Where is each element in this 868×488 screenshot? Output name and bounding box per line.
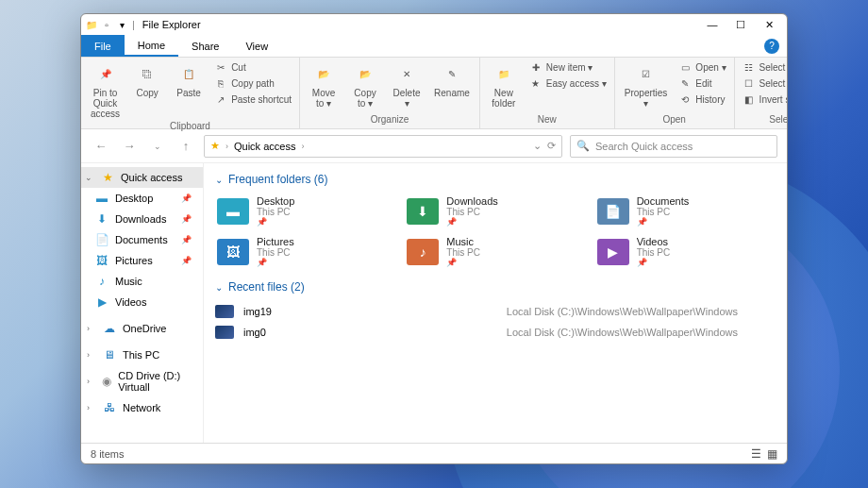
rename-icon: ✎ — [440, 61, 464, 86]
folder-icon: ▫ — [100, 18, 113, 31]
folder-location: This PC — [637, 247, 671, 258]
title-separator: | — [132, 19, 135, 30]
pin-icon: 📌 — [637, 217, 690, 227]
breadcrumb[interactable]: Quick access — [234, 141, 295, 152]
sidebar-item-quick-access[interactable]: ⌄ ★ Quick access — [81, 167, 203, 188]
copy-button[interactable]: ⿻ Copy — [129, 59, 165, 100]
select-none-button[interactable]: ☐Select none — [741, 76, 788, 91]
sidebar-item-label: Music — [115, 276, 142, 287]
select-all-button[interactable]: ☷Select all — [741, 59, 788, 75]
pc-icon: 🖥 — [102, 347, 117, 362]
chevron-right-icon: › — [87, 377, 94, 386]
details-view-button[interactable]: ☰ — [751, 447, 761, 461]
network-icon: 🖧 — [102, 400, 117, 415]
folder-item-documents[interactable]: 📄DocumentsThis PC📌 — [595, 194, 776, 228]
tab-file[interactable]: File — [81, 35, 125, 57]
sidebar-item-videos[interactable]: ▶Videos — [81, 292, 203, 312]
history-dropdown-icon[interactable]: ⌄ — [533, 140, 542, 152]
help-icon[interactable]: ? — [764, 39, 779, 54]
paste-shortcut-button[interactable]: ↗Paste shortcut — [212, 92, 293, 107]
minimize-button[interactable]: — — [698, 14, 726, 35]
open-button[interactable]: ▭Open ▾ — [676, 59, 727, 75]
sidebar-item-cd-drive[interactable]: ›◉CD Drive (D:) Virtuall — [81, 371, 203, 392]
tab-share[interactable]: Share — [178, 35, 232, 57]
sidebar-item-network[interactable]: ›🖧Network — [81, 397, 203, 418]
copy-to-button[interactable]: 📂Copy to ▾ — [347, 59, 383, 110]
folder-name: Downloads — [446, 195, 497, 207]
close-button[interactable]: ✕ — [755, 14, 783, 35]
large-icons-view-button[interactable]: ▦ — [767, 447, 777, 461]
back-button[interactable]: ← — [91, 136, 111, 157]
move-to-button[interactable]: 📂Move to ▾ — [306, 59, 342, 110]
easy-access-button[interactable]: ★Easy access ▾ — [527, 76, 609, 91]
tab-home[interactable]: Home — [125, 35, 178, 57]
sidebar-item-downloads[interactable]: ⬇Downloads📌 — [81, 209, 203, 229]
sidebar-item-music[interactable]: ♪Music — [81, 271, 203, 292]
up-button[interactable]: ↑ — [175, 136, 196, 157]
folder-item-videos[interactable]: ▶VideosThis PC📌 — [595, 234, 776, 269]
delete-icon: ✕ — [394, 61, 419, 86]
sidebar-item-label: Documents — [115, 234, 168, 245]
file-row[interactable]: img0Local Disk (C:)\Windows\Web\Wallpape… — [215, 322, 776, 343]
history-icon: ⟲ — [678, 93, 692, 106]
folder-icon: 📄 — [597, 198, 629, 225]
chevron-down-icon: ⌄ — [215, 282, 223, 293]
new-folder-icon: 📁 — [492, 61, 516, 86]
search-input[interactable]: 🔍 Search Quick access — [570, 135, 777, 158]
forward-button[interactable]: → — [119, 136, 140, 157]
copy-to-icon: 📂 — [353, 61, 377, 86]
star-icon: ★ — [100, 170, 115, 185]
file-row[interactable]: img19Local Disk (C:)\Windows\Web\Wallpap… — [215, 301, 776, 322]
sidebar-item-desktop[interactable]: ▬Desktop📌 — [81, 188, 203, 209]
status-bar: 8 items ☰ ▦ — [81, 443, 787, 463]
paste-button[interactable]: 📋 Paste — [171, 59, 207, 100]
pin-icon: 📌 — [637, 258, 671, 267]
maximize-button[interactable]: ☐ — [726, 14, 755, 35]
folder-name: Desktop — [257, 195, 294, 207]
folder-item-music[interactable]: ♪MusicThis PC📌 — [405, 234, 585, 269]
folder-item-pictures[interactable]: 🖼PicturesThis PC📌 — [215, 234, 395, 269]
ribbon-group-organize: 📂Move to ▾ 📂Copy to ▾ ✕Delete ▾ ✎Rename … — [300, 58, 480, 128]
dropdown-icon[interactable]: ▾ — [115, 18, 128, 31]
desktop-icon: ▬ — [94, 191, 109, 206]
breadcrumb-chevron-icon: › — [225, 142, 228, 151]
recent-files-header[interactable]: ⌄ Recent files (2) — [215, 280, 776, 294]
rename-button[interactable]: ✎Rename — [430, 59, 474, 100]
folder-icon: ▬ — [217, 198, 249, 225]
ribbon-label: Organize — [306, 114, 474, 126]
recent-locations-button[interactable]: ⌄ — [147, 136, 168, 157]
pin-quick-access-button[interactable]: 📌 Pin to Quick access — [87, 59, 124, 121]
frequent-folders-header[interactable]: ⌄ Frequent folders (6) — [215, 173, 776, 186]
pictures-icon: 🖼 — [94, 253, 109, 268]
folder-name: Pictures — [257, 236, 294, 247]
address-input[interactable]: ★ › Quick access › ⌄ ⟳ — [204, 135, 562, 158]
new-folder-button[interactable]: 📁New folder — [486, 59, 522, 110]
edit-button[interactable]: ✎Edit — [676, 76, 727, 91]
history-button[interactable]: ⟲History — [676, 92, 727, 107]
refresh-button[interactable]: ⟳ — [547, 140, 556, 152]
edit-icon: ✎ — [678, 76, 692, 90]
properties-button[interactable]: ☑Properties ▾ — [621, 59, 672, 110]
sidebar-item-label: Desktop — [115, 193, 153, 204]
folder-location: This PC — [637, 207, 690, 217]
new-item-button[interactable]: ✚New item ▾ — [527, 59, 609, 75]
select-none-icon: ☐ — [743, 76, 756, 90]
sidebar-item-documents[interactable]: 📄Documents📌 — [81, 229, 203, 250]
cut-button[interactable]: ✂Cut — [212, 59, 293, 75]
pin-icon: 📌 — [181, 235, 192, 244]
folder-item-desktop[interactable]: ▬DesktopThis PC📌 — [215, 194, 395, 228]
sidebar-item-pictures[interactable]: 🖼Pictures📌 — [81, 250, 203, 271]
pin-icon: 📌 — [181, 256, 192, 265]
copy-path-button[interactable]: ⎘Copy path — [212, 76, 293, 91]
delete-button[interactable]: ✕Delete ▾ — [389, 59, 425, 110]
ribbon-label: Open — [621, 114, 728, 126]
sidebar-item-this-pc[interactable]: ›🖥This PC — [81, 345, 203, 365]
tab-view[interactable]: View — [232, 35, 281, 57]
pin-icon: 📌 — [257, 258, 294, 267]
folder-item-downloads[interactable]: ⬇DownloadsThis PC📌 — [405, 194, 585, 228]
sidebar-item-onedrive[interactable]: ›☁OneDrive — [81, 318, 203, 339]
file-name: img19 — [243, 306, 357, 317]
sidebar-item-label: Videos — [115, 296, 146, 308]
pin-icon: 📌 — [446, 217, 497, 227]
invert-selection-button[interactable]: ◧Invert selection — [741, 92, 788, 107]
